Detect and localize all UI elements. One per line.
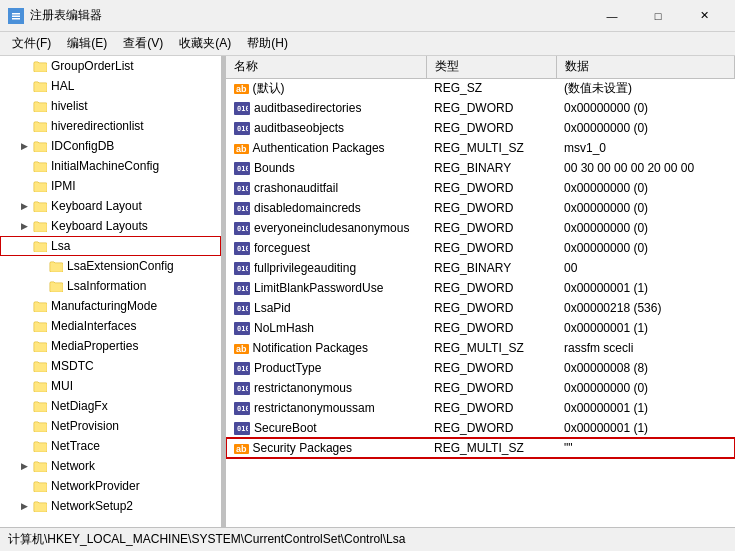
cell-data: 0x00000000 (0) — [556, 378, 735, 398]
folder-icon — [32, 218, 48, 234]
cell-name: 010everyoneincludesanonymous — [226, 218, 426, 238]
table-row[interactable]: 010restrictanonymousREG_DWORD0x00000000 … — [226, 378, 735, 398]
tree-item[interactable]: MediaInterfaces — [0, 316, 221, 336]
bin-icon: 010 — [234, 422, 250, 435]
tree-arrow-icon — [16, 478, 32, 494]
tree-item[interactable]: NetProvision — [0, 416, 221, 436]
tree-item-label: NetworkProvider — [51, 479, 140, 493]
tree-item[interactable]: ManufacturingMode — [0, 296, 221, 316]
table-row[interactable]: abAuthentication PackagesREG_MULTI_SZmsv… — [226, 138, 735, 158]
tree-arrow-icon — [16, 378, 32, 394]
menu-item-h[interactable]: 帮助(H) — [239, 33, 296, 54]
tree-item[interactable]: NetDiagFx — [0, 396, 221, 416]
minimize-button[interactable]: — — [589, 0, 635, 32]
tree-item[interactable]: NetworkProvider — [0, 476, 221, 496]
tree-arrow-icon — [16, 398, 32, 414]
tree-arrow-icon: ▶ — [16, 138, 32, 154]
cell-type: REG_DWORD — [426, 298, 556, 318]
maximize-button[interactable]: □ — [635, 0, 681, 32]
bin-icon: 010 — [234, 222, 250, 235]
menu-item-f[interactable]: 文件(F) — [4, 33, 59, 54]
tree-item[interactable]: ▶ NetworkSetup2 — [0, 496, 221, 516]
menu-item-a[interactable]: 收藏夹(A) — [171, 33, 239, 54]
tree-item[interactable]: ▶ Keyboard Layouts — [0, 216, 221, 236]
cell-data: 0x00000000 (0) — [556, 198, 735, 218]
tree-item[interactable]: ▶ Network — [0, 456, 221, 476]
table-row[interactable]: 010NoLmHashREG_DWORD0x00000001 (1) — [226, 318, 735, 338]
cell-type: REG_SZ — [426, 78, 556, 98]
tree-item-label: LsaExtensionConfig — [67, 259, 174, 273]
menu-item-e[interactable]: 编辑(E) — [59, 33, 115, 54]
folder-icon — [32, 118, 48, 134]
table-row[interactable]: 010LsaPidREG_DWORD0x00000218 (536) — [226, 298, 735, 318]
folder-icon — [32, 178, 48, 194]
bin-icon: 010 — [234, 262, 250, 275]
folder-icon — [32, 378, 48, 394]
table-row[interactable]: 010auditbaseobjectsREG_DWORD0x00000000 (… — [226, 118, 735, 138]
tree-item[interactable]: MUI — [0, 376, 221, 396]
tree-item[interactable]: MediaProperties — [0, 336, 221, 356]
tree-arrow-icon — [16, 358, 32, 374]
table-row[interactable]: 010LimitBlankPasswordUseREG_DWORD0x00000… — [226, 278, 735, 298]
table-row[interactable]: 010auditbasedirectoriesREG_DWORD0x000000… — [226, 98, 735, 118]
tree-arrow-icon — [16, 98, 32, 114]
table-row[interactable]: 010disabledomaincredsREG_DWORD0x00000000… — [226, 198, 735, 218]
table-row[interactable]: 010everyoneincludesanonymousREG_DWORD0x0… — [226, 218, 735, 238]
col-name[interactable]: 名称 — [226, 56, 426, 78]
cell-name: 010LsaPid — [226, 298, 426, 318]
bin-icon: 010 — [234, 402, 250, 415]
folder-icon — [48, 278, 64, 294]
tree-item[interactable]: Lsa — [0, 236, 221, 256]
close-button[interactable]: ✕ — [681, 0, 727, 32]
cell-data: 0x00000000 (0) — [556, 178, 735, 198]
tree-item[interactable]: IPMI — [0, 176, 221, 196]
table-row[interactable]: ab(默认)REG_SZ(数值未设置) — [226, 78, 735, 98]
table-row[interactable]: 010BoundsREG_BINARY00 30 00 00 00 20 00 … — [226, 158, 735, 178]
folder-icon — [32, 238, 48, 254]
tree-item[interactable]: HAL — [0, 76, 221, 96]
bin-icon: 010 — [234, 382, 250, 395]
cell-name: 010disabledomaincreds — [226, 198, 426, 218]
menu-item-v[interactable]: 查看(V) — [115, 33, 171, 54]
cell-data: 0x00000001 (1) — [556, 398, 735, 418]
table-row[interactable]: 010crashonauditfailREG_DWORD0x00000000 (… — [226, 178, 735, 198]
folder-icon — [32, 158, 48, 174]
cell-name: 010crashonauditfail — [226, 178, 426, 198]
cell-data: 0x00000001 (1) — [556, 318, 735, 338]
table-row[interactable]: abNotification PackagesREG_MULTI_SZrassf… — [226, 338, 735, 358]
table-row[interactable]: abSecurity PackagesREG_MULTI_SZ"" — [226, 438, 735, 458]
tree-item[interactable]: InitialMachineConfig — [0, 156, 221, 176]
col-data[interactable]: 数据 — [556, 56, 735, 78]
table-row[interactable]: 010ProductTypeREG_DWORD0x00000008 (8) — [226, 358, 735, 378]
menu-bar: 文件(F)编辑(E)查看(V)收藏夹(A)帮助(H) — [0, 32, 735, 56]
tree-arrow-icon — [16, 438, 32, 454]
table-row[interactable]: 010SecureBootREG_DWORD0x00000001 (1) — [226, 418, 735, 438]
table-row[interactable]: 010restrictanonymoussamREG_DWORD0x000000… — [226, 398, 735, 418]
tree-item[interactable]: GroupOrderList — [0, 56, 221, 76]
cell-type: REG_MULTI_SZ — [426, 438, 556, 458]
svg-text:010: 010 — [237, 245, 248, 253]
svg-text:010: 010 — [237, 405, 248, 413]
tree-item[interactable]: ▶ IDConfigDB — [0, 136, 221, 156]
cell-data: 00 — [556, 258, 735, 278]
table-row[interactable]: 010forceguestREG_DWORD0x00000000 (0) — [226, 238, 735, 258]
table-row[interactable]: 010fullprivilegeauditingREG_BINARY00 — [226, 258, 735, 278]
cell-data: (数值未设置) — [556, 78, 735, 98]
cell-type: REG_DWORD — [426, 198, 556, 218]
tree-item[interactable]: hivelist — [0, 96, 221, 116]
svg-text:010: 010 — [237, 225, 248, 233]
tree-item[interactable]: LsaInformation — [0, 276, 221, 296]
col-type[interactable]: 类型 — [426, 56, 556, 78]
tree-item[interactable]: MSDTC — [0, 356, 221, 376]
tree-item[interactable]: hiveredirectionlist — [0, 116, 221, 136]
tree-item-label: Lsa — [51, 239, 70, 253]
folder-icon — [32, 98, 48, 114]
tree-item[interactable]: LsaExtensionConfig — [0, 256, 221, 276]
folder-icon — [32, 298, 48, 314]
cell-type: REG_DWORD — [426, 178, 556, 198]
window-title: 注册表编辑器 — [30, 7, 589, 24]
tree-item-label: Keyboard Layouts — [51, 219, 148, 233]
cell-data: 0x00000000 (0) — [556, 218, 735, 238]
tree-item[interactable]: NetTrace — [0, 436, 221, 456]
tree-item[interactable]: ▶ Keyboard Layout — [0, 196, 221, 216]
